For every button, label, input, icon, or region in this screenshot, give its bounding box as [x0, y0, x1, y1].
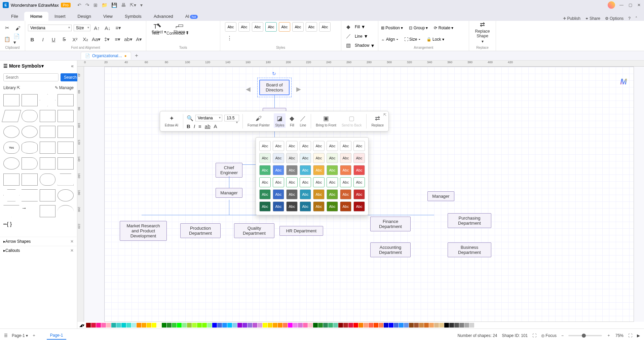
style-swatch-option[interactable]: Abc	[259, 189, 271, 199]
palette-color[interactable]	[328, 323, 333, 328]
shape-item[interactable]	[40, 142, 56, 154]
style-swatch-option[interactable]: Abc	[286, 165, 298, 175]
style-swatch-option[interactable]: Abc	[327, 153, 338, 163]
bullets-button[interactable]: ≡▾	[113, 35, 122, 44]
node-manager-2[interactable]: Manager	[427, 191, 454, 201]
page-tab[interactable]: Page-1	[47, 332, 67, 340]
palette-color[interactable]	[399, 323, 404, 328]
symbol-search-input[interactable]	[3, 73, 59, 81]
shape-item[interactable]	[3, 205, 20, 217]
palette-color[interactable]	[222, 323, 227, 328]
style-swatch-option[interactable]: Abc	[327, 201, 338, 212]
tab-file[interactable]: File	[5, 12, 24, 21]
rotate-handle-icon[interactable]: ↻	[272, 71, 276, 76]
format-painter-button[interactable]: 🖌	[13, 24, 22, 32]
strike-button[interactable]: S̶	[60, 35, 69, 44]
shape-item[interactable]	[3, 157, 20, 169]
style-swatch-option[interactable]: Abc	[286, 153, 298, 163]
save-button[interactable]: 💾	[111, 2, 117, 8]
palette-color[interactable]	[338, 323, 343, 328]
palette-color[interactable]	[237, 323, 242, 328]
palette-color[interactable]	[409, 323, 414, 328]
lock-button[interactable]: 🔒 Lock ▾	[426, 37, 444, 42]
paste-button[interactable]: 📄▾	[13, 35, 22, 44]
export-button[interactable]: ⇱▾	[130, 2, 136, 8]
text-tool[interactable]: TText	[149, 19, 162, 39]
focus-button[interactable]: ◎ Focus	[541, 333, 557, 338]
collapse-panel-button[interactable]: «	[71, 63, 74, 69]
italic-button[interactable]: I	[39, 35, 47, 44]
style-swatch-option[interactable]: Abc	[300, 153, 311, 163]
style-swatch-option[interactable]: Abc	[340, 189, 351, 199]
styles-float-button[interactable]: ◪Styles	[274, 113, 286, 128]
font-size-select[interactable]: Size	[74, 25, 90, 31]
edraw-ai-button[interactable]: ✦ Edraw AI	[163, 113, 180, 128]
palette-color[interactable]	[348, 323, 353, 328]
shape-item[interactable]	[22, 142, 38, 154]
palette-color[interactable]	[333, 323, 338, 328]
style-swatch-option[interactable]: Abc	[300, 141, 311, 151]
tab-symbols[interactable]: Symbols	[119, 12, 148, 21]
palette-color[interactable]	[293, 323, 298, 328]
tab-view[interactable]: View	[97, 12, 119, 21]
open-button[interactable]: 📁	[102, 2, 107, 8]
palette-color[interactable]	[273, 323, 277, 328]
tab-insert[interactable]: Insert	[48, 12, 72, 21]
case-button[interactable]: Aa▾	[92, 35, 101, 44]
shape-item[interactable]	[22, 189, 38, 201]
fullscreen-button[interactable]: ⛶	[628, 333, 632, 338]
zoom-out-button[interactable]: −	[561, 333, 564, 338]
font-family-select[interactable]: Verdana	[28, 25, 72, 31]
palette-color[interactable]	[444, 323, 449, 328]
palette-color[interactable]	[197, 323, 202, 328]
style-swatch-option[interactable]: Abc	[313, 177, 325, 187]
palette-color[interactable]	[364, 323, 368, 328]
palette-color[interactable]	[384, 323, 388, 328]
presentation-button[interactable]: ▶	[637, 333, 640, 338]
palette-color[interactable]	[454, 323, 459, 328]
shape-item[interactable]	[58, 110, 74, 122]
palette-color[interactable]	[192, 323, 197, 328]
palette-color[interactable]	[353, 323, 358, 328]
node-finance[interactable]: Finance Department	[370, 217, 411, 231]
palette-color[interactable]	[394, 323, 399, 328]
category-arrow-shapes[interactable]: ▸ Arrow Shapes✕	[0, 237, 77, 246]
palette-color[interactable]	[101, 323, 106, 328]
palette-color[interactable]	[303, 323, 308, 328]
bring-front-button[interactable]: ▣Bring to Front	[314, 113, 338, 128]
palette-color[interactable]	[242, 323, 247, 328]
shape-item[interactable]	[40, 110, 56, 122]
palette-color[interactable]	[131, 323, 136, 328]
palette-color[interactable]	[323, 323, 328, 328]
palette-color[interactable]	[157, 323, 161, 328]
redo-button[interactable]: ↷	[85, 2, 89, 8]
options-button[interactable]: ⚙ Options	[605, 16, 623, 21]
minimize-button[interactable]: —	[619, 3, 624, 7]
nav-right-icon[interactable]: ▶	[296, 85, 301, 93]
shape-item[interactable]	[3, 189, 20, 201]
fit-button[interactable]: ⛶	[532, 333, 536, 338]
shape-item[interactable]	[58, 126, 74, 138]
palette-color[interactable]	[96, 323, 101, 328]
palette-color[interactable]	[475, 323, 479, 328]
highlight-button[interactable]: ab▾	[124, 35, 133, 44]
style-swatch-option[interactable]: Abc	[353, 141, 365, 151]
palette-color[interactable]	[187, 323, 192, 328]
palette-color[interactable]	[217, 323, 222, 328]
palette-color[interactable]	[86, 323, 91, 328]
node-chief-engineer[interactable]: Chief Engineer	[216, 163, 242, 178]
palette-color[interactable]	[308, 323, 313, 328]
size-button[interactable]: ⛶ Size ▾	[404, 37, 420, 42]
style-swatch-option[interactable]: Abc	[273, 177, 284, 187]
palette-color[interactable]	[369, 323, 373, 328]
shrink-font-button[interactable]: A↓	[103, 24, 112, 32]
zoom-in-button[interactable]: ＋	[607, 333, 611, 338]
style-swatch[interactable]: Abc	[319, 22, 331, 32]
cut-button[interactable]: ✂	[3, 24, 11, 32]
style-swatch-option[interactable]: Abc	[273, 141, 284, 151]
fill-float-button[interactable]: ◆Fill	[288, 113, 296, 128]
underline-button[interactable]: U	[49, 35, 58, 44]
style-swatch-option[interactable]: Abc	[300, 165, 311, 175]
collapse-ribbon-button[interactable]: ˄	[635, 16, 637, 21]
copy-button[interactable]: 📋	[3, 35, 11, 44]
